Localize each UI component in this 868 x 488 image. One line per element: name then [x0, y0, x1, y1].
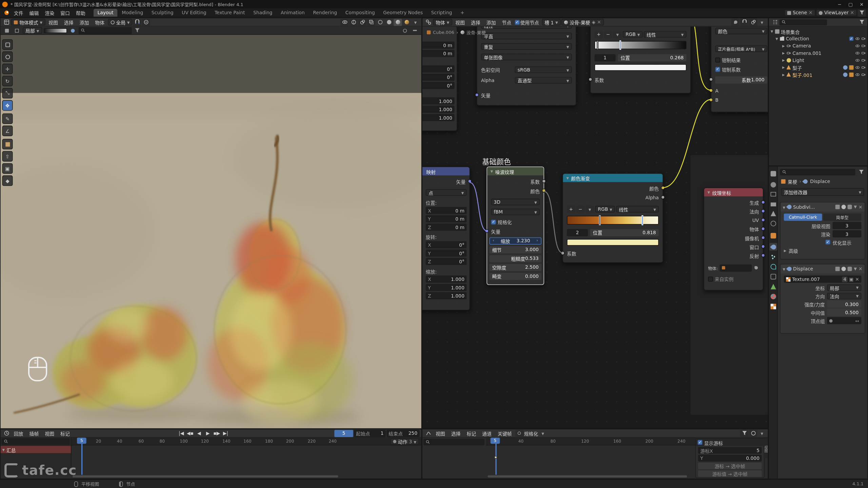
normalize-toggle[interactable] [515, 430, 523, 437]
timeline-menu-marker[interactable]: 标记 [58, 430, 73, 437]
remove-stop-button[interactable]: − [604, 31, 612, 38]
unlink-icon[interactable]: ✕ [597, 19, 601, 25]
alpha-mode-dropdown[interactable]: 直通型▼ [515, 77, 572, 84]
value-field[interactable]: 1.000 [422, 106, 454, 113]
graph-menu-select[interactable]: 选择 [448, 430, 463, 437]
coordinates-dropdown[interactable]: 局部▼ [827, 284, 861, 291]
modifier-name[interactable]: Displace [793, 266, 834, 271]
workspace-tab-compositing[interactable]: Compositing [341, 9, 379, 17]
dimensions-dropdown[interactable]: 3D▼ [491, 199, 540, 205]
workspace-tab-rendering[interactable]: Rendering [309, 9, 341, 17]
close-icon[interactable]: ✕ [859, 266, 863, 271]
hide-eye-icon[interactable] [855, 36, 860, 41]
workspace-tab-shading[interactable]: Shading [250, 9, 276, 17]
window-output-socket[interactable] [761, 245, 765, 248]
playhead-frame-badge[interactable]: 5 [77, 438, 86, 444]
action-selector[interactable]: 动作3▼ [390, 438, 419, 445]
hide-eye-icon[interactable] [855, 72, 860, 77]
timeline-hscrollbar[interactable] [73, 475, 338, 477]
scale-x-field[interactable]: X1.000 [426, 276, 467, 283]
mapping-node-partial[interactable]: 0 m 0 m 0° 0° 0° 1.000 1.000 1.000 [422, 26, 457, 131]
expand-icon[interactable]: ▶ [782, 58, 785, 62]
realtime-toggle-icon[interactable] [842, 267, 846, 271]
value-field[interactable]: 0 m [422, 50, 454, 57]
outliner-row-scene-collection[interactable]: ▼ 场景集合 [769, 28, 868, 35]
camera-output-socket[interactable] [761, 236, 765, 240]
value-field[interactable]: 0° [422, 74, 454, 81]
header-options-icon[interactable]: ▼ [758, 19, 766, 26]
tool-orientation-selector[interactable]: 局部▼ [23, 27, 42, 34]
viewport-menu-select[interactable]: 选择 [61, 19, 76, 26]
xray-toggle-icon[interactable] [367, 19, 375, 26]
close-button[interactable]: ✕ [857, 1, 866, 8]
snapping-icon[interactable] [740, 19, 748, 26]
location-x-field[interactable]: X0 m [426, 207, 467, 214]
location-z-field[interactable]: Z0 m [426, 224, 467, 231]
value-field[interactable]: 0° [422, 65, 454, 73]
rotation-z-field[interactable]: Z0° [426, 258, 467, 265]
tab-scene-icon[interactable] [771, 211, 776, 216]
value-field[interactable]: 1.000 [422, 114, 454, 121]
play-button[interactable]: ▶ [204, 430, 212, 437]
node-menu-select[interactable]: 选择 [468, 19, 483, 26]
graph-editor[interactable]: 视图 选择 标记 通道 关键帧 规格化 ▼ ▼ 40 80 120 160 20… [422, 429, 768, 479]
color-output-socket[interactable] [542, 189, 546, 192]
advanced-expand-icon[interactable]: ▶ [784, 248, 787, 252]
cursor-value-to-selection-button[interactable]: 游标值 → 选中帧 [698, 470, 762, 477]
edit-mode-toggle-icon[interactable] [835, 267, 840, 271]
add-stop-button[interactable]: + [594, 31, 603, 38]
next-keyframe-button[interactable]: ▪▶ [213, 430, 221, 437]
collapse-icon[interactable]: ▼ [783, 205, 786, 209]
render-camera-icon[interactable] [861, 43, 866, 48]
shader-node-editor[interactable]: Cube.006› 没骨-果梗 基础颜色 0 m 0 m 0° 0° 0° 1.… [422, 18, 768, 429]
b-input-socket[interactable] [709, 98, 713, 102]
material-slot-dropdown[interactable]: 槽 1▼ [542, 19, 561, 26]
cursor-to-selection-button[interactable]: 游标 → 选中帧 [698, 463, 762, 469]
properties-search-input[interactable] [780, 168, 855, 175]
tool-filter-icon[interactable] [133, 27, 141, 34]
tool-annotate[interactable]: ✎ [2, 114, 13, 124]
tool-bevel[interactable]: ◆ [2, 176, 13, 186]
collapse-icon[interactable]: ▼ [708, 190, 710, 194]
proportional-edit-icon[interactable] [142, 19, 150, 26]
keyframe-dot[interactable] [494, 456, 497, 459]
normal-output-socket[interactable] [761, 209, 765, 213]
workspace-tab-uv-editing[interactable]: UV Editing [178, 9, 210, 17]
outliner-row-pear-001[interactable]: ▶ 梨子.001 [769, 71, 868, 78]
direction-dropdown[interactable]: 法向▼ [827, 292, 861, 299]
viewport-menu-add[interactable]: 添加 [77, 19, 92, 26]
ramp-stop-handle[interactable] [597, 40, 598, 50]
extras-icon[interactable]: ▼ [854, 267, 857, 271]
brush-gradient-swatch[interactable] [43, 28, 67, 33]
editor-type-icon[interactable] [2, 430, 11, 437]
normalize-options-icon[interactable]: ▼ [539, 430, 547, 437]
tab-data-icon[interactable] [771, 284, 776, 289]
advanced-label[interactable]: 高级 [789, 247, 798, 254]
timeline-menu-view[interactable]: 视图 [42, 430, 57, 437]
vector-output-socket[interactable] [468, 179, 472, 183]
mapping-node[interactable]: 映射 矢量 点▼ 位置: X0 m Y0 m Z0 m 旋转: X0° Y0° … [422, 166, 470, 310]
ramp-options-icon[interactable]: ▼ [613, 31, 622, 38]
filter-icon[interactable] [857, 168, 865, 175]
colorspace-dropdown[interactable]: sRGB▼ [515, 66, 572, 73]
tab-render-icon[interactable] [771, 182, 776, 187]
value-field[interactable]: 0° [422, 82, 454, 89]
tool-rotate[interactable]: ↻ [2, 76, 13, 86]
distortion-slider[interactable]: 畸变0.000 [489, 272, 541, 280]
node-menu-view[interactable]: 视图 [453, 19, 468, 26]
extension-dropdown[interactable]: 重复▼ [481, 43, 572, 50]
ramp-stop-handle[interactable] [599, 215, 601, 225]
modifier-wrench-icon[interactable] [843, 65, 848, 69]
options-icon[interactable]: ▼ [758, 430, 766, 437]
color-ramp-node[interactable]: ▼颜色渐变 颜色 Alpha + − ▼ RGB▼ 线性▼ 2 [563, 173, 663, 263]
add-modifier-button[interactable]: 添加修改器▼ [781, 188, 864, 196]
timeline-menu-keying[interactable]: 插帧 [26, 430, 41, 437]
show-cursor-checkbox[interactable]: ✓ [697, 440, 703, 445]
material-datablock[interactable]: 没骨-果梗 ◈ ✕ [561, 19, 604, 26]
modifier-name[interactable]: Subdivi... [793, 204, 834, 209]
graph-menu-marker[interactable]: 标记 [464, 430, 479, 437]
render-camera-icon[interactable] [861, 58, 866, 62]
fac-input-socket[interactable] [561, 251, 565, 255]
tab-physics-icon[interactable] [771, 264, 776, 269]
expand-icon[interactable]: ▶ [782, 65, 785, 69]
